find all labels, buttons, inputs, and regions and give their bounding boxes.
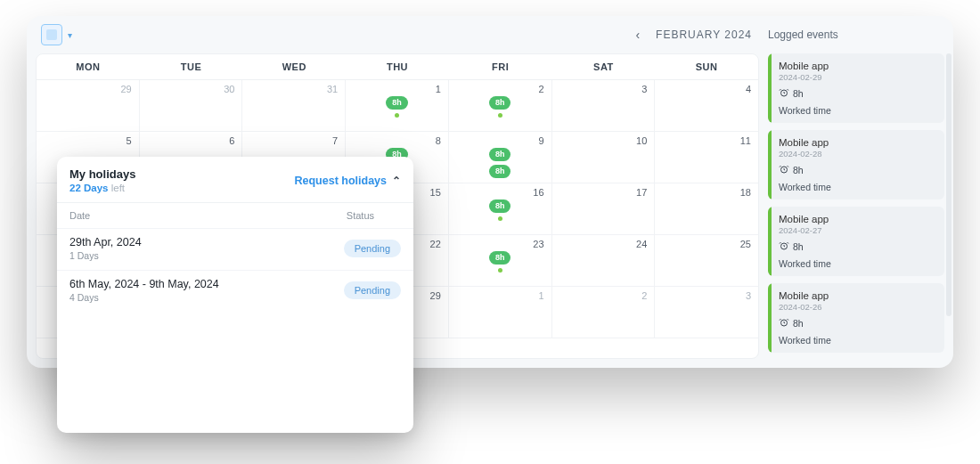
holiday-date: 29th Apr, 2024 (69, 236, 142, 248)
calendar-cell[interactable]: 11 (655, 132, 758, 183)
hours-pill[interactable]: 8h (489, 165, 511, 178)
day-number: 1 (436, 84, 441, 94)
event-date: 2024-02-28 (779, 149, 935, 159)
day-number: 16 (533, 187, 543, 198)
day-number: 2 (538, 84, 543, 94)
day-number: 17 (636, 187, 647, 198)
calendar-cell[interactable]: 24 (552, 235, 656, 287)
calendar-cell[interactable]: 1 (449, 287, 552, 338)
prev-month-button[interactable]: ‹ (628, 24, 647, 45)
chevron-down-icon[interactable]: ▾ (68, 30, 72, 40)
hours-pill[interactable]: 8h (489, 148, 511, 161)
event-title: Mobile app (779, 137, 935, 148)
calendar-header-cell: TUE (140, 54, 243, 79)
event-card[interactable]: Mobile app2024-02-298hWorked time (768, 53, 944, 123)
event-title: Mobile app (779, 290, 935, 301)
event-kind: Worked time (779, 335, 935, 346)
calendar-cell[interactable]: 18h (346, 80, 449, 132)
event-date: 2024-02-29 (779, 72, 935, 82)
event-card[interactable]: Mobile app2024-02-288hWorked time (768, 130, 944, 199)
calendar-cell[interactable]: 29 (37, 80, 140, 132)
day-number: 4 (746, 84, 751, 94)
hours-pill[interactable]: 8h (489, 251, 511, 265)
day-number: 1 (538, 290, 543, 301)
holidays-columns: Date Status (57, 203, 413, 228)
event-hours: 8h (779, 164, 935, 176)
days-left-value: 22 Days (69, 183, 108, 193)
holidays-panel: My holidays 22 Days left Request holiday… (57, 157, 413, 433)
day-number: 6 (229, 135, 234, 146)
holiday-days: 1 Days (69, 250, 142, 261)
holidays-title: My holidays (69, 167, 135, 181)
day-number: 23 (533, 239, 543, 249)
event-date: 2024-02-26 (779, 302, 935, 312)
chevron-up-icon: ⌃ (392, 175, 401, 187)
day-number: 3 (746, 290, 751, 301)
event-hours: 8h (779, 317, 935, 330)
event-dot-icon (498, 216, 502, 221)
calendar-cell[interactable]: 10 (552, 132, 656, 183)
calendar-cell[interactable]: 168h (449, 183, 552, 235)
days-left-suffix: left (111, 183, 125, 193)
day-number: 2 (641, 290, 647, 301)
holidays-days-left: 22 Days left (69, 183, 135, 193)
request-holidays-button[interactable]: Request holidays ⌃ (295, 175, 402, 187)
event-card[interactable]: Mobile app2024-02-278hWorked time (768, 207, 944, 276)
day-number: 9 (538, 135, 543, 146)
day-number: 30 (224, 84, 234, 94)
calendar-cell[interactable]: 2 (552, 287, 656, 338)
hours-pill[interactable]: 8h (489, 96, 511, 110)
day-number: 24 (636, 239, 647, 249)
day-number: 29 (430, 290, 441, 301)
calendar-cell[interactable]: 30 (140, 80, 243, 132)
holidays-header: My holidays 22 Days left Request holiday… (57, 157, 413, 203)
day-number: 25 (740, 239, 751, 249)
calendar-header-cell: FRI (449, 54, 552, 79)
holiday-date: 6th May, 2024 - 9th May, 2024 (69, 278, 219, 290)
calendar-cell[interactable]: 18 (655, 183, 758, 235)
event-date: 2024-02-27 (779, 225, 935, 235)
calendar-header-cell: THU (346, 54, 449, 79)
calendar-header-cell: WED (242, 54, 346, 79)
hours-pill[interactable]: 8h (386, 96, 408, 110)
event-card[interactable]: Mobile app2024-02-268hWorked time (768, 283, 944, 353)
calendar-cell[interactable]: 3 (655, 287, 758, 338)
col-date-label: Date (69, 210, 90, 221)
calendar-cell[interactable]: 28h (449, 80, 552, 132)
holiday-date-block: 6th May, 2024 - 9th May, 20244 Days (69, 278, 219, 303)
events-panel: Mobile app2024-02-298hWorked timeMobile … (768, 53, 944, 359)
calendar-cell[interactable]: 238h (449, 235, 552, 287)
day-number: 29 (120, 84, 131, 94)
day-number: 15 (430, 187, 441, 198)
event-title: Mobile app (779, 214, 935, 224)
day-number: 7 (332, 135, 338, 146)
holiday-date-block: 29th Apr, 20241 Days (69, 236, 142, 261)
event-dot-icon (395, 113, 399, 118)
calendar-cell[interactable]: 31 (242, 80, 346, 132)
calendar-cell[interactable]: 17 (552, 183, 656, 235)
calendar-cell[interactable]: 4 (655, 80, 758, 132)
holidays-title-block: My holidays 22 Days left (69, 167, 135, 193)
hours-pill[interactable]: 8h (489, 199, 511, 213)
select-all-checkbox[interactable] (41, 24, 62, 45)
holiday-row[interactable]: 6th May, 2024 - 9th May, 20244 DaysPendi… (57, 270, 413, 312)
day-number: 3 (641, 84, 647, 94)
event-kind: Worked time (779, 182, 935, 192)
alarm-icon (779, 164, 789, 176)
event-dot-icon (498, 113, 502, 118)
day-number: 11 (740, 135, 751, 146)
calendar-cell[interactable]: 98h8h (449, 132, 552, 183)
calendar-header-cell: SAT (552, 54, 656, 79)
day-number: 5 (127, 135, 132, 146)
event-hours: 8h (779, 87, 935, 100)
calendar-cell[interactable]: 25 (655, 235, 758, 287)
events-scrollbar[interactable] (946, 53, 951, 316)
event-kind: Worked time (779, 258, 935, 269)
topbar: ▾ ‹ FEBRUARY 2024 Logged events (27, 16, 953, 53)
day-number: 18 (740, 187, 751, 198)
calendar-cell[interactable]: 3 (552, 80, 656, 132)
calendar-header-cell: MON (37, 54, 140, 79)
calendar-header-cell: SUN (655, 54, 758, 79)
event-title: Mobile app (779, 61, 935, 71)
holiday-row[interactable]: 29th Apr, 20241 DaysPending (57, 228, 413, 270)
